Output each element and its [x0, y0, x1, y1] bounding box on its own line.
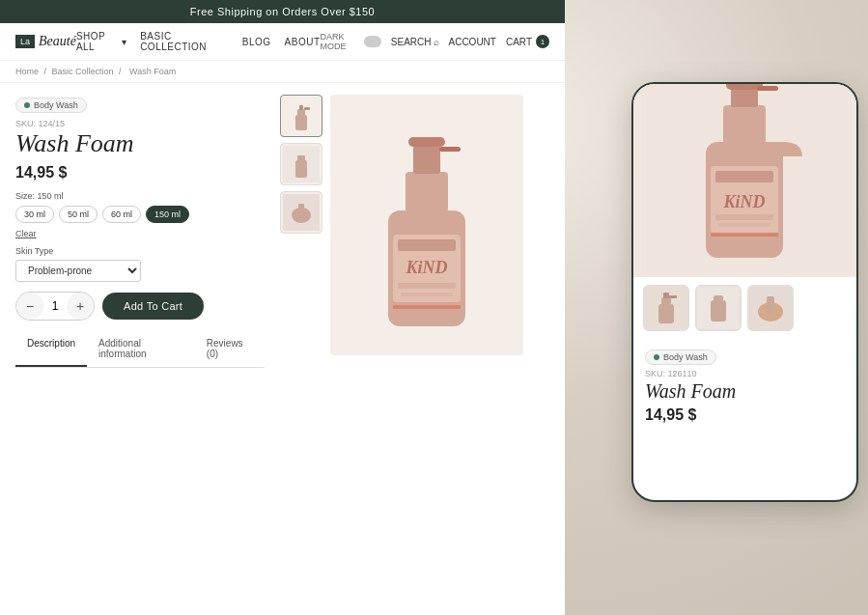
svg-rect-36: [658, 304, 674, 323]
product-tabs: Description Additional information Revie…: [15, 332, 265, 368]
svg-rect-7: [297, 155, 305, 161]
breadcrumb: Home / Basic Collection / Wash Foam: [0, 61, 565, 83]
mobile-thumbnails: [633, 277, 856, 339]
header-right: DARK MODE SEARCH ⌕ ACCOUNT CART 1: [321, 32, 549, 51]
size-150ml[interactable]: 150 ml: [146, 206, 189, 223]
thumbnail-2-img: [283, 146, 320, 182]
dark-mode-toggle[interactable]: DARK MODE: [321, 32, 381, 51]
mobile-product-tag: Body Wash: [645, 349, 716, 365]
mobile-product-svg: KiND: [641, 84, 849, 277]
logo[interactable]: La Beauté: [15, 34, 76, 49]
breadcrumb-collection[interactable]: Basic Collection: [52, 67, 114, 76]
quantity-increase-button[interactable]: +: [67, 293, 94, 320]
search-icon: ⌕: [434, 37, 439, 47]
quantity-control: − 1 +: [15, 292, 95, 321]
product-title: Wash Foam: [15, 130, 265, 158]
mobile-product-price: 14,95 $: [645, 406, 845, 424]
mobile-thumb-3[interactable]: [747, 285, 794, 331]
product-details: Body Wash SKU: 124/15 Wash Foam 14,95 $ …: [0, 83, 280, 615]
svg-rect-16: [439, 147, 461, 152]
mobile-thumb-2[interactable]: [695, 285, 742, 331]
svg-rect-18: [398, 239, 456, 251]
size-30ml[interactable]: 30 ml: [15, 206, 54, 223]
product-tag: Body Wash: [15, 98, 87, 113]
svg-rect-4: [304, 107, 310, 110]
breadcrumb-current: Wash Foam: [129, 67, 176, 76]
mobile-product-title: Wash Foam: [645, 380, 845, 403]
product-images: KiND: [280, 83, 565, 615]
mobile-mockup: KiND: [631, 82, 858, 502]
breadcrumb-home[interactable]: Home: [15, 67, 39, 76]
mobile-product-info: Body Wash SKU: 126110 Wash Foam 14,95 $: [633, 339, 856, 432]
mobile-product-sku: SKU: 126110: [645, 369, 845, 378]
svg-rect-42: [714, 295, 723, 301]
thumbnail-1[interactable]: [280, 95, 322, 137]
svg-rect-13: [406, 172, 448, 212]
svg-rect-22: [393, 305, 461, 309]
announcement-text: Free Shipping on Orders Over $150: [190, 6, 375, 17]
toggle-switch[interactable]: [364, 36, 381, 47]
header: La Beauté SHOP ALL ▾ BASIC COLLECTION BL…: [0, 23, 565, 61]
skin-type-select[interactable]: Problem-prone Normal Dry Oily: [15, 260, 141, 282]
svg-rect-33: [718, 223, 770, 227]
svg-rect-14: [413, 143, 440, 174]
tab-reviews[interactable]: Reviews (0): [195, 332, 265, 367]
nav-about[interactable]: ABOUT: [285, 37, 321, 47]
svg-rect-1: [295, 115, 307, 130]
thumbnail-list: [280, 95, 322, 234]
tab-description[interactable]: Description: [15, 332, 87, 367]
svg-rect-32: [715, 214, 773, 220]
svg-rect-45: [767, 296, 774, 313]
svg-rect-25: [723, 105, 766, 144]
thumbnail-3[interactable]: [280, 191, 322, 234]
tag-dot-icon: [24, 102, 30, 108]
product-sku: SKU: 124/15: [15, 119, 265, 128]
thumbnail-2[interactable]: [280, 143, 322, 185]
svg-rect-6: [295, 160, 307, 178]
product-image-svg: KiND: [335, 95, 518, 355]
svg-rect-39: [669, 295, 677, 298]
mobile-tag-dot-icon: [654, 354, 659, 360]
account-button[interactable]: ACCOUNT: [449, 37, 496, 47]
logo-beaute: Beauté: [39, 34, 76, 49]
svg-rect-15: [408, 137, 445, 147]
size-label: Size: 150 ml: [15, 191, 265, 201]
quantity-decrease-button[interactable]: −: [16, 293, 43, 320]
mobile-main-image: KiND: [633, 84, 856, 277]
svg-rect-34: [711, 233, 778, 237]
svg-rect-3: [299, 105, 303, 110]
product-price: 14,95 $: [15, 164, 265, 182]
thumbnail-3-img: [283, 194, 320, 231]
svg-rect-28: [757, 86, 778, 91]
main-product-image: KiND: [330, 95, 523, 355]
size-options: 30 ml 50 ml 60 ml 150 ml: [15, 206, 265, 223]
svg-rect-41: [711, 300, 726, 321]
main-nav: SHOP ALL ▾ BASIC COLLECTION BLOG ABOUT: [76, 31, 321, 52]
mobile-thumb-1[interactable]: [643, 285, 689, 331]
svg-text:KiND: KiND: [405, 258, 447, 277]
svg-rect-38: [663, 293, 669, 298]
skin-type-label: Skin Type: [15, 246, 265, 256]
tab-additional-info[interactable]: Additional information: [87, 332, 195, 367]
chevron-down-icon: ▾: [122, 37, 127, 47]
search-button[interactable]: SEARCH ⌕: [391, 37, 439, 47]
svg-rect-37: [661, 297, 671, 305]
svg-rect-10: [298, 204, 304, 216]
cart-button[interactable]: CART 1: [506, 35, 549, 48]
main-content: Body Wash SKU: 124/15 Wash Foam 14,95 $ …: [0, 83, 565, 615]
nav-basic-collection[interactable]: BASIC COLLECTION: [140, 31, 229, 52]
nav-blog[interactable]: BLOG: [242, 37, 271, 47]
svg-text:KiND: KiND: [722, 192, 765, 211]
logo-la: La: [15, 35, 35, 48]
size-60ml[interactable]: 60 ml: [102, 206, 141, 223]
cart-count: 1: [536, 35, 549, 48]
add-to-cart-row: − 1 + Add To Cart: [15, 292, 265, 321]
svg-rect-20: [398, 283, 456, 289]
nav-shop-all[interactable]: SHOP ALL ▾: [76, 31, 126, 52]
add-to-cart-button[interactable]: Add To Cart: [102, 293, 204, 320]
svg-rect-2: [297, 109, 305, 116]
desktop-page: Free Shipping on Orders Over $150 La Bea…: [0, 0, 565, 615]
svg-rect-30: [715, 171, 773, 182]
size-50ml[interactable]: 50 ml: [59, 206, 98, 223]
clear-button[interactable]: Clear: [15, 229, 265, 238]
